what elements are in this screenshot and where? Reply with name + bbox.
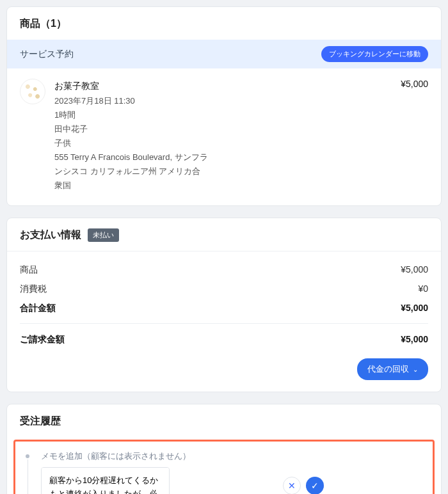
memo-label: メモを追加（顧客には表示されません）	[41, 450, 425, 462]
memo-wrapper	[41, 467, 278, 494]
payment-row-total: 合計金額 ¥5,000	[20, 299, 428, 318]
payment-card: お支払い情報 未払い 商品 ¥5,000 消費税 ¥0 合計金額 ¥5,000 …	[6, 218, 442, 392]
product-address: 555 Terry A Francois Boulevard, サンフランシスコ…	[54, 150, 208, 193]
product-datetime: 2023年7月18日 11:30	[54, 94, 392, 108]
payment-status-badge: 未払い	[88, 228, 119, 242]
payment-row-due: ご請求金額 ¥5,000	[20, 330, 428, 349]
close-icon: ✕	[288, 481, 296, 491]
product-price: ¥5,000	[401, 79, 428, 193]
history-card: 受注履歴 メモを追加（顧客には表示されません） ✕ ✓	[6, 404, 442, 494]
product-title: お菓子教室	[54, 79, 392, 94]
payment-total-label: 合計金額	[20, 303, 56, 314]
divider	[20, 323, 428, 324]
collect-payment-label: 代金の回収	[367, 363, 409, 375]
product-variant: 子供	[54, 136, 392, 150]
payment-tax-value: ¥0	[418, 283, 428, 295]
memo-input[interactable]	[41, 467, 170, 494]
payment-product-label: 商品	[20, 264, 38, 276]
collect-payment-button[interactable]: 代金の回収 ⌄	[357, 358, 428, 380]
payment-product-value: ¥5,000	[401, 264, 428, 276]
memo-timeline-item: メモを追加（顧客には表示されません） ✕ ✓	[23, 450, 425, 494]
product-details: お菓子教室 2023年7月18日 11:30 1時間 田中花子 子供 555 T…	[54, 79, 392, 193]
product-duration: 1時間	[54, 108, 392, 122]
product-row: お菓子教室 2023年7月18日 11:30 1時間 田中花子 子供 555 T…	[7, 68, 441, 205]
memo-box: ✕ ✓	[41, 467, 425, 494]
service-reservation-bar: サービス予約 ブッキングカレンダーに移動	[7, 40, 441, 68]
go-to-calendar-button[interactable]: ブッキングカレンダーに移動	[321, 46, 428, 62]
memo-highlight: メモを追加（顧客には表示されません） ✕ ✓	[13, 440, 435, 494]
payment-due-value: ¥5,000	[401, 334, 428, 346]
products-header: 商品（1）	[7, 7, 441, 40]
service-reservation-label: サービス予約	[20, 49, 74, 60]
payment-title: お支払い情報	[20, 228, 81, 242]
payment-tax-label: 消費税	[20, 283, 47, 295]
history-header: 受注履歴	[7, 404, 441, 437]
history-body: メモを追加（顧客には表示されません） ✕ ✓ 2023年7月17日	[7, 437, 441, 494]
products-card: 商品（1） サービス予約 ブッキングカレンダーに移動 お菓子教室 2023年7月…	[6, 6, 442, 206]
memo-confirm-button[interactable]: ✓	[306, 477, 324, 494]
payment-due-label: ご請求金額	[20, 334, 65, 346]
payment-header: お支払い情報 未払い	[7, 218, 441, 251]
payment-row-product: 商品 ¥5,000	[20, 260, 428, 280]
payment-body: 商品 ¥5,000 消費税 ¥0 合計金額 ¥5,000 ご請求金額 ¥5,00…	[7, 251, 441, 392]
memo-cancel-button[interactable]: ✕	[283, 477, 301, 494]
payment-total-value: ¥5,000	[401, 303, 428, 314]
check-icon: ✓	[311, 481, 319, 491]
product-thumbnail	[20, 79, 45, 104]
payment-row-tax: 消費税 ¥0	[20, 280, 428, 299]
product-customer: 田中花子	[54, 122, 392, 136]
chevron-down-icon: ⌄	[413, 366, 418, 373]
payment-actions: 代金の回収 ⌄	[20, 358, 428, 380]
